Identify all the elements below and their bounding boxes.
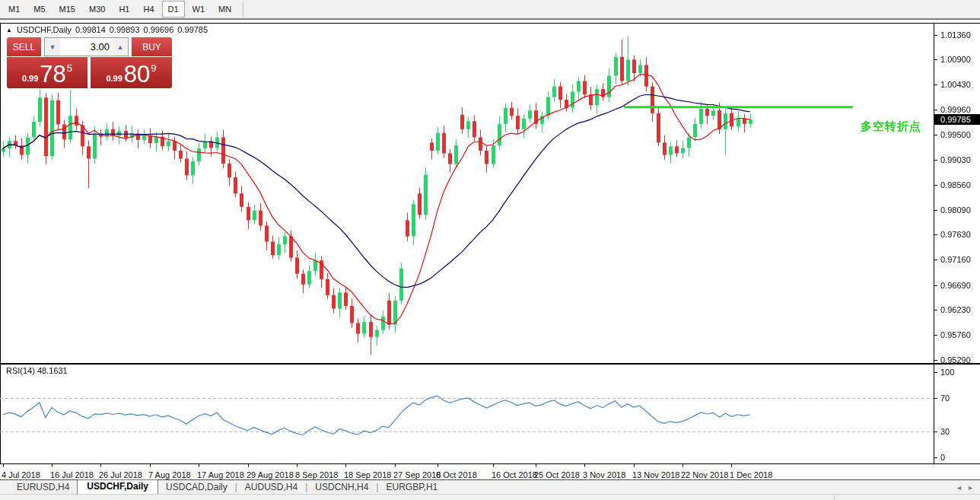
tab-scroll-right-icon[interactable]: ▸ [969,483,972,492]
timeframe-button-w1[interactable]: W1 [186,1,212,18]
sell-price-prefix: 0.99 [22,74,38,83]
rsi-axis-label: 100 [940,368,954,377]
date-axis-label: 25 Oct 2018 [534,470,580,479]
buy-price-pip: 9 [151,62,156,74]
price-axis-label: 0.96690 [940,281,971,290]
toolbar-separator [243,2,244,17]
sell-button[interactable]: SELL [7,37,41,56]
price-axis-label: 0.96230 [940,305,971,314]
date-axis-label: 7 Aug 2018 [148,470,191,479]
trendline-annotation-text[interactable]: 多空转折点 [861,119,921,134]
buy-price-prefix: 0.99 [106,74,122,83]
buy-price-button[interactable]: 0.99 80 9 [91,57,172,88]
rsi-axis-label: 0 [940,453,945,462]
date-axis-label: 22 Nov 2018 [681,470,728,479]
buy-price-main: 80 [124,63,150,86]
symbol-label: USDCHF,Daily [17,25,72,34]
ohlc-low: 0.99696 [144,25,174,34]
tab-scroll-left-icon[interactable]: ◂ [957,483,961,492]
price-axis-label: 0.98560 [940,180,971,189]
price-axis-label: 0.97630 [940,230,971,239]
rsi-label: RSI(14) [6,366,35,375]
ohlc-open: 0.99814 [75,25,106,34]
price-axis-label: 0.97160 [940,255,971,264]
price-axis-label: 0.95290 [940,355,971,365]
sell-price-main: 78 [40,63,65,86]
collapse-triangle-icon[interactable]: ▲ [6,27,12,33]
rsi-chart-canvas[interactable] [0,364,980,467]
volume-stepper: ▼ ▲ [44,37,129,56]
timeframe-button-h1[interactable]: H1 [113,1,135,18]
timeframe-button-m5[interactable]: M5 [27,1,51,18]
rsi-indicator-header: RSI(14) 48.1631 [6,366,68,375]
chart-tab-eurgbp[interactable]: EURGBP,H1 [378,481,445,494]
price-axis-label: 1.00900 [940,55,971,64]
chart-tab-usdcnh[interactable]: USDCNH,H4 [307,481,376,494]
rsi-axis-label: 70 [940,393,950,403]
chart-symbol-header: ▲ USDCHF,Daily 0.99814 0.99893 0.99696 0… [6,25,208,34]
price-axis-label: 0.98090 [940,205,971,215]
price-axis-label: 0.99960 [940,105,971,114]
chart-tab-bar: EURUSD,H4USDCHF,DailyUSDCAD,Daily|AUDUSD… [0,479,980,494]
date-axis-label: 3 Nov 2018 [583,470,625,479]
volume-increase-button[interactable]: ▲ [113,38,128,56]
chart-tab-eurusd[interactable]: EURUSD,H4 [9,481,77,494]
price-axis-label: 1.01360 [940,30,971,40]
date-axis-label: 4 Jul 2018 [2,470,40,479]
timeframe-button-d1[interactable]: D1 [162,1,185,18]
chart-tab-usdchf[interactable]: USDCHF,Daily [77,479,158,494]
date-axis-label: 13 Nov 2018 [632,470,679,479]
sell-price-pip: 5 [67,62,72,74]
timeframe-button-mn[interactable]: MN [212,1,237,18]
date-axis-label: 16 Oct 2018 [492,470,537,479]
ohlc-high: 0.99893 [110,25,140,34]
volume-decrease-button[interactable]: ▼ [45,38,60,56]
buy-button[interactable]: BUY [132,37,172,56]
status-divider [834,495,835,500]
rsi-axis-label: 30 [940,427,950,436]
price-axis-label: 1.00430 [940,80,971,89]
date-axis-label: 16 Jul 2018 [50,470,94,479]
volume-input[interactable] [60,38,113,56]
ohlc-close: 0.99785 [177,25,208,34]
price-axis-label: 0.95760 [940,330,971,339]
price-axis-label: 0.99500 [940,130,971,139]
date-axis-label: 1 Dec 2018 [730,470,772,479]
date-axis-label: 26 Jul 2018 [99,470,142,479]
sell-price-button[interactable]: 0.99 78 5 [7,57,88,88]
price-axis-label: 0.99030 [940,155,971,164]
one-click-trading-widget: SELL ▼ ▲ BUY 0.99 78 5 0.99 80 9 [7,37,172,88]
current-price-tag: 0.99785 [934,114,980,125]
rsi-value: 48.1631 [37,366,68,375]
date-axis-label: 8 Sep 2018 [295,470,338,479]
chart-tab-audusd[interactable]: AUDUSD,H4 [237,481,305,494]
timeframe-toolbar: M1M5M15M30H1H4D1W1MN [0,0,980,20]
timeframe-button-m15[interactable]: M15 [53,1,81,18]
chart-area: ▲ USDCHF,Daily 0.99814 0.99893 0.99696 0… [0,23,980,464]
timeframe-button-h4[interactable]: H4 [137,1,160,18]
chart-tab-usdcad[interactable]: USDCAD,Daily [158,481,235,494]
date-axis-label: 17 Aug 2018 [197,470,244,479]
date-axis-label: 6 Oct 2018 [436,470,477,479]
mt4-window: M1M5M15M30H1H4D1W1MN ▲ USDCHF,Daily 0.99… [0,0,980,500]
timeframe-button-m1[interactable]: M1 [2,1,26,18]
timeframe-button-m30[interactable]: M30 [83,1,111,18]
status-bar [0,494,980,500]
date-axis-label: 29 Aug 2018 [247,470,294,479]
date-axis-label: 18 Sep 2018 [344,470,391,479]
date-axis-label: 27 Sep 2018 [393,470,441,479]
